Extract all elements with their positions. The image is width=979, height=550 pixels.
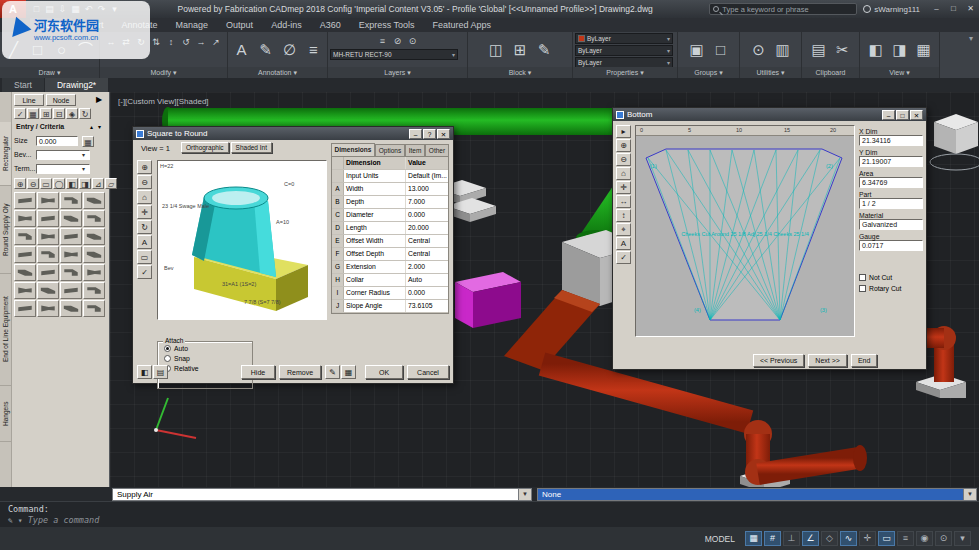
- palette-vertical-tab[interactable]: Hangers: [0, 386, 11, 442]
- fitting-thumb[interactable]: [14, 192, 36, 209]
- selection-cycling-toggle[interactable]: ◉: [916, 531, 933, 546]
- layer-properties-icon[interactable]: ≡: [375, 34, 390, 48]
- panel-label-annotation[interactable]: Annotation ▾: [228, 67, 327, 78]
- panel-label-block[interactable]: Block ▾: [468, 67, 572, 78]
- fitting-thumb[interactable]: [37, 300, 59, 317]
- ortho-toggle[interactable]: ⊥: [783, 531, 800, 546]
- command-input[interactable]: Type a command: [28, 515, 100, 525]
- fitting-thumb[interactable]: [37, 228, 59, 245]
- fitting-thumb[interactable]: [37, 246, 59, 263]
- select-icon[interactable]: ▸: [616, 125, 631, 138]
- pattern-canvas[interactable]: 05101520 Cheeks Cut Around 25 1/8 Adj 25…: [635, 125, 855, 337]
- zoom-in-icon[interactable]: ⊕: [616, 139, 631, 152]
- help-button[interactable]: ?: [423, 129, 436, 139]
- shaded-button[interactable]: Shaded Int: [231, 142, 272, 153]
- fitting-thumb[interactable]: [60, 228, 82, 245]
- annotation-icon[interactable]: A: [137, 235, 152, 249]
- orthographic-button[interactable]: Orthographic: [181, 142, 229, 153]
- pattern-field-value[interactable]: Galvanized: [859, 219, 923, 230]
- point-icon[interactable]: ⌖: [616, 223, 631, 236]
- create-block-icon[interactable]: ⊞: [508, 35, 532, 65]
- close-button[interactable]: ✕: [910, 110, 923, 120]
- fitting-thumb[interactable]: [14, 282, 36, 299]
- grid-toggle[interactable]: ▦: [745, 531, 762, 546]
- offset-icon[interactable]: ▱: [105, 178, 117, 189]
- paste-icon[interactable]: ▤: [807, 35, 831, 65]
- label-icon[interactable]: A: [616, 237, 631, 250]
- fitting-thumb[interactable]: [83, 192, 105, 209]
- fitting-thumb[interactable]: [37, 264, 59, 281]
- table-icon[interactable]: ≡: [302, 35, 326, 65]
- rect-duct-icon[interactable]: ▭: [40, 178, 52, 189]
- fitting-thumb[interactable]: [37, 282, 59, 299]
- grid-icon[interactable]: ▦: [27, 108, 39, 119]
- ribbon-tab[interactable]: Add-ins: [262, 18, 311, 32]
- minimize-button[interactable]: –: [882, 110, 895, 120]
- zoom-in-icon[interactable]: ⊕: [137, 160, 152, 174]
- check-icon[interactable]: ✓: [616, 251, 631, 264]
- file-tab-drawing2[interactable]: Drawing2*: [45, 78, 108, 92]
- text-icon[interactable]: A: [230, 35, 254, 65]
- measure-x-icon[interactable]: ↔: [616, 195, 631, 208]
- ungroup-icon[interactable]: □: [709, 35, 733, 65]
- palette-vertical-tab[interactable]: End of Line Equipment: [0, 274, 11, 386]
- tracking-toggle[interactable]: ✛: [859, 531, 876, 546]
- next-button[interactable]: Next >>: [808, 354, 847, 367]
- end-button[interactable]: End: [851, 354, 877, 367]
- fitting-thumb[interactable]: [60, 246, 82, 263]
- ribbon-tab[interactable]: Annotate: [113, 18, 167, 32]
- fitting-thumb[interactable]: [60, 192, 82, 209]
- add-icon[interactable]: ⊕: [14, 178, 26, 189]
- size-input[interactable]: 0.000: [36, 136, 78, 146]
- fitting-thumb[interactable]: [14, 210, 36, 227]
- ribbon-tab[interactable]: Manage: [167, 18, 218, 32]
- viewcube[interactable]: ⌂: [922, 108, 979, 170]
- remove-icon[interactable]: ⊖: [27, 178, 39, 189]
- view-split-icon[interactable]: ◧: [137, 365, 152, 379]
- fitting-thumb[interactable]: [14, 246, 36, 263]
- dropdown-caret-icon[interactable]: ▼: [963, 489, 976, 500]
- command-line[interactable]: Command: ✎ ▾ Type a command: [0, 501, 979, 527]
- edit-block-icon[interactable]: ✎: [532, 35, 556, 65]
- zoom-extents-icon[interactable]: ⌂: [137, 190, 152, 204]
- fitting-thumb[interactable]: [14, 228, 36, 245]
- recent-commands-icon[interactable]: ▾: [18, 516, 23, 525]
- previous-button[interactable]: << Previous: [753, 354, 804, 367]
- fitting-thumb[interactable]: [83, 228, 105, 245]
- extend-icon[interactable]: ↗: [209, 35, 224, 49]
- ribbon-tab[interactable]: A360: [311, 18, 350, 32]
- linetype-combo[interactable]: ByLayer▾: [575, 45, 673, 56]
- polar-toggle[interactable]: ∠: [802, 531, 819, 546]
- rectangle-icon[interactable]: □: [26, 35, 50, 65]
- measure-y-icon[interactable]: ↕: [616, 209, 631, 222]
- close-button[interactable]: ✕: [962, 2, 979, 16]
- tab-options[interactable]: Options: [375, 144, 405, 156]
- fitting-thumb[interactable]: [83, 246, 105, 263]
- pattern-checkbox[interactable]: Not Cut: [859, 274, 923, 281]
- insert-block-icon[interactable]: ◫: [484, 35, 508, 65]
- ok-button[interactable]: OK: [365, 365, 403, 379]
- pattern-field-value[interactable]: 21.34116: [859, 135, 923, 146]
- tree-item-entry-criteria[interactable]: Entry / Criteria: [16, 123, 64, 130]
- layer-isolate-icon[interactable]: ⊙: [405, 34, 420, 48]
- fitting-thumb[interactable]: [83, 282, 105, 299]
- fitting-thumb[interactable]: [37, 210, 59, 227]
- minimize-button[interactable]: –: [928, 2, 945, 16]
- copy-icon[interactable]: ⇄: [119, 35, 134, 49]
- group-icon[interactable]: ▣: [685, 35, 709, 65]
- zoom-out-icon[interactable]: ⊖: [616, 153, 631, 166]
- dropdown-caret-icon[interactable]: ▼: [518, 489, 531, 500]
- size-options-icon[interactable]: ▦: [82, 136, 94, 147]
- zoom-out-icon[interactable]: ⊖: [137, 175, 152, 189]
- panel-label-draw[interactable]: Draw ▾: [0, 67, 99, 78]
- zoom-extents-icon[interactable]: ⌂: [616, 167, 631, 180]
- palette-vertical-tab[interactable]: Round Supply Oly: [0, 186, 11, 274]
- magenta-fitting[interactable]: [455, 272, 521, 328]
- viewport-config-icon[interactable]: ◧: [864, 35, 888, 65]
- cancel-button[interactable]: Cancel: [407, 365, 449, 379]
- service-icon[interactable]: ◈: [66, 108, 78, 119]
- ribbon-tab[interactable]: Featured Apps: [424, 18, 501, 32]
- fitting-thumb[interactable]: [60, 210, 82, 227]
- ribbon-tab[interactable]: Home: [30, 18, 72, 32]
- fitting-thumb[interactable]: [14, 264, 36, 281]
